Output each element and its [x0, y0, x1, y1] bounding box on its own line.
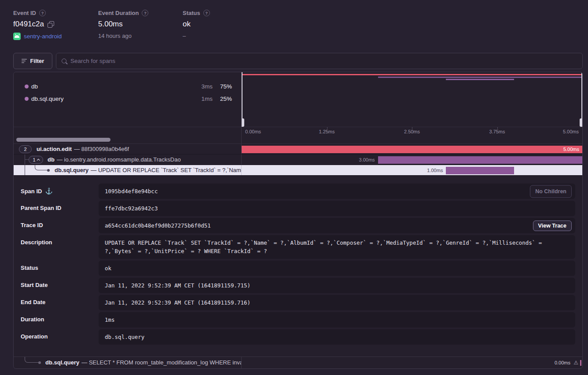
event-duration-value: 5.00ms	[98, 20, 123, 29]
viewport-handle-left[interactable]	[242, 72, 243, 127]
detail-value: Jan 11, 2022 9:52:39 AM CET (1641891159.…	[105, 282, 250, 289]
tree-connector-line	[25, 159, 29, 160]
axis-label: 3.75ms	[489, 129, 505, 134]
span-duration-label: 5.00ms	[563, 146, 579, 153]
legend-item-db[interactable]: db 3ms 75%	[14, 80, 241, 92]
filter-button[interactable]: Filter	[13, 53, 52, 69]
filter-button-label: Filter	[30, 58, 44, 64]
handle-grip[interactable]	[242, 118, 244, 127]
warning-icon: ⚠	[573, 357, 578, 368]
span-duration-bar: 5.00ms	[242, 146, 582, 153]
event-duration-column: Event Duration ? 5.00ms 14 hours ago	[98, 10, 148, 39]
detail-value: ffe7dbc92a6942c3	[105, 205, 158, 212]
detail-value: ok	[105, 265, 111, 272]
minimap[interactable]	[242, 72, 582, 127]
status-sub: –	[183, 33, 186, 39]
tree-leaf-dot	[47, 169, 50, 172]
detail-label: End Date	[21, 299, 45, 305]
span-operation: db.sql.query	[55, 167, 88, 173]
span-operation: db	[48, 156, 55, 163]
filter-icon	[22, 59, 27, 63]
minimap-span-bar	[378, 77, 582, 78]
detail-value-box: Jan 11, 2022 9:52:39 AM CET (1641891159.…	[99, 278, 575, 293]
span-detail-panel: Span ID ⚓ 1095bd4ef8e94bcc No Children P…	[14, 176, 582, 357]
detail-value-box: a654cc61dc0b48ef9d0b27275b6f0d51 View Tr…	[99, 218, 575, 233]
minimap-section: db 3ms 75% db.sql.query 1ms 25%	[14, 72, 582, 127]
op-color-dot	[25, 85, 29, 88]
op-color-dot	[25, 97, 29, 101]
event-duration-ago: 14 hours ago	[98, 33, 132, 39]
detail-row-operation: Operation db.sql.query	[21, 329, 575, 345]
span-duration-bar	[378, 156, 582, 164]
scrollbar-strip	[14, 136, 582, 144]
span-description: — SELECT * FROM room_table_modification_…	[81, 359, 242, 366]
span-duration-bar	[446, 167, 514, 174]
axis-label: 5.00ms	[563, 129, 579, 134]
legend-op-name: db.sql.query	[31, 96, 64, 102]
detail-value: 1095bd4ef8e94bcc	[105, 188, 158, 195]
handle-grip[interactable]	[580, 118, 582, 127]
detail-row-description: Description UPDATE OR REPLACE `Track` SE…	[21, 235, 575, 259]
horizontal-scrollbar[interactable]	[16, 138, 110, 142]
chevron-up-icon	[37, 158, 40, 162]
detail-value: db.sql.query	[105, 334, 144, 340]
detail-value: 1ms	[105, 316, 115, 323]
span-search-input[interactable]	[70, 58, 577, 64]
span-description: — 88f300998a0b4e6f	[74, 146, 129, 152]
span-duration-label: 1.00ms	[427, 165, 446, 175]
view-trace-button[interactable]: View Trace	[533, 221, 572, 231]
children-count-badge[interactable]: 1	[29, 156, 43, 164]
detail-label: Span ID	[21, 188, 42, 195]
detail-value-box: 1095bd4ef8e94bcc No Children	[99, 184, 575, 199]
span-row-ui-action-edit[interactable]: 2 ui.action.edit— 88f300998a0b4e6f 5.00m…	[14, 144, 582, 154]
detail-row-span-id: Span ID ⚓ 1095bd4ef8e94bcc No Children	[21, 184, 575, 199]
detail-value-box: Jan 11, 2022 9:52:39 AM CET (1641891159.…	[99, 295, 575, 310]
viewport-handle-right[interactable]	[581, 72, 582, 127]
detail-label: Start Date	[21, 282, 48, 288]
axis-label: 0.00ms	[245, 129, 261, 134]
event-header: Event ID ? f0491c2a sentry-android Event…	[0, 10, 588, 45]
detail-value-box: ok	[99, 261, 575, 276]
operations-legend: db 3ms 75% db.sql.query 1ms 25%	[14, 72, 242, 127]
event-duration-label: Event Duration	[98, 10, 139, 16]
detail-value: a654cc61dc0b48ef9d0b27275b6f0d51	[105, 222, 211, 229]
event-id-value: f0491c2a	[13, 20, 44, 29]
span-duration-label: 0.00ms	[555, 357, 570, 368]
help-icon[interactable]: ?	[39, 10, 46, 16]
axis-label: 1.25ms	[319, 129, 334, 134]
span-description: — UPDATE OR REPLACE `Track` SET `TrackId…	[91, 167, 242, 173]
span-search-box[interactable]	[56, 53, 583, 69]
detail-row-parent-span-id: Parent Span ID ffe7dbc92a6942c3	[21, 201, 575, 216]
event-id-column: Event ID ? f0491c2a sentry-android	[13, 10, 62, 40]
detail-label: Trace ID	[21, 222, 43, 228]
detail-label: Duration	[21, 316, 44, 323]
detail-value: Jan 11, 2022 9:52:39 AM CET (1641891159.…	[105, 299, 250, 306]
minimap-span-bar	[242, 74, 582, 75]
help-icon[interactable]: ?	[142, 10, 148, 16]
event-id-label: Event ID	[13, 10, 36, 16]
android-project-icon	[13, 33, 21, 40]
span-row-db[interactable]: 1 db— io.sentry.android.roomsample.data.…	[14, 154, 582, 165]
detail-value-box: db.sql.query	[99, 329, 575, 345]
span-duration-label: 3.00ms	[359, 154, 378, 165]
span-row-db-sql-query-selected[interactable]: db.sql.query— UPDATE OR REPLACE `Track` …	[14, 165, 582, 176]
detail-label: Description	[21, 239, 52, 246]
time-axis: 0.00ms 1.25ms 2.50ms 3.75ms 5.00ms	[14, 127, 582, 136]
status-label: Status	[183, 10, 200, 16]
span-row-db-sql-query-select[interactable]: db.sql.query— SELECT * FROM room_table_m…	[14, 357, 582, 368]
zero-duration-tick	[580, 360, 581, 366]
tree-leaf-dot	[38, 361, 41, 364]
detail-row-start-date: Start Date Jan 11, 2022 9:52:39 AM CET (…	[21, 278, 575, 293]
legend-op-duration: 3ms	[201, 83, 213, 90]
span-operation: db.sql.query	[45, 359, 79, 366]
help-icon[interactable]: ?	[203, 10, 210, 16]
anchor-icon[interactable]: ⚓	[45, 188, 52, 195]
children-count-badge[interactable]: 2	[19, 145, 32, 153]
legend-item-db-sql-query[interactable]: db.sql.query 1ms 25%	[14, 92, 241, 105]
toolbar: Filter	[13, 53, 583, 69]
minimap-span-bar	[446, 79, 514, 80]
project-link[interactable]: sentry-android	[24, 33, 62, 40]
detail-label: Parent Span ID	[21, 205, 61, 211]
tree-connector-elbow	[25, 357, 39, 363]
copy-icon[interactable]	[48, 21, 54, 28]
